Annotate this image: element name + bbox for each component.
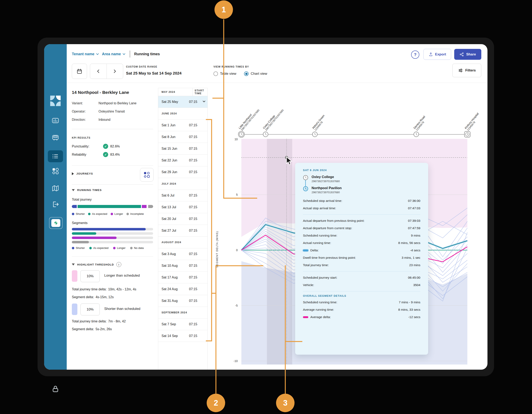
radio-on-icon bbox=[244, 71, 248, 76]
sidebar-item-running-times[interactable] bbox=[48, 150, 63, 162]
date-row-sat-31-aug[interactable]: Sat 31 Aug07:15 bbox=[158, 295, 208, 307]
selected-segment-column bbox=[267, 139, 292, 365]
sidebar-item-lock[interactable] bbox=[44, 385, 67, 393]
date-row-sat-10-aug[interactable]: Sat 10 Aug07:15 bbox=[158, 260, 208, 272]
shorter-threshold-input[interactable]: 10% bbox=[80, 304, 100, 315]
sidebar-item-logout[interactable] bbox=[44, 200, 67, 208]
tooltip-row: Average delta:-12 secs bbox=[303, 313, 420, 321]
date-row-sat-20-jul[interactable]: Sat 20 Jul07:15 bbox=[158, 213, 208, 225]
area-dropdown[interactable]: Area name bbox=[102, 52, 126, 56]
next-date-button[interactable] bbox=[107, 64, 123, 79]
export-button[interactable]: Export bbox=[423, 49, 451, 60]
month-column-header: MAY 2024 bbox=[158, 91, 192, 93]
share-button[interactable]: Share bbox=[454, 49, 481, 60]
longer-segment-delta: Segment delta:4s-15m, 12s bbox=[72, 295, 114, 299]
segments-bars bbox=[72, 228, 153, 245]
date-row-sat-13-jul[interactable]: Sat 13 Jul07:15 bbox=[158, 202, 208, 213]
start-time-value: 07:15 bbox=[189, 276, 202, 279]
date-row-sat-1-jun[interactable]: Sat 1 Jun07:15 bbox=[158, 119, 208, 131]
tooltip-row-label: Average delta: bbox=[303, 315, 331, 319]
calendar-icon bbox=[76, 68, 83, 75]
filters-icon bbox=[458, 68, 463, 73]
date-label: Sat 13 Jul bbox=[158, 205, 189, 209]
legend-dot-icon bbox=[89, 247, 92, 249]
help-button[interactable]: ? bbox=[411, 50, 419, 59]
sidebar-item-vehicles[interactable] bbox=[44, 134, 67, 142]
date-row-sat-29-jun[interactable]: Sat 29 Jun07:15 bbox=[158, 166, 208, 178]
tooltip-row-label: Scheduled running time: bbox=[303, 300, 337, 304]
date-row-sat-22-jun[interactable]: Sat 22 Jun07:15 bbox=[158, 155, 208, 166]
segment-bar-track bbox=[72, 232, 153, 235]
divider bbox=[72, 165, 153, 165]
chevron-down-icon bbox=[202, 100, 206, 104]
radio-chart-label: Chart view bbox=[251, 72, 267, 76]
date-row-sat-3-aug[interactable]: Sat 3 Aug07:15 bbox=[158, 248, 208, 260]
calendar-button[interactable] bbox=[72, 64, 87, 79]
total-journey-segment-as-expected bbox=[77, 205, 141, 208]
route-operator-row: Operator: Oxleyshire Transit bbox=[72, 110, 154, 113]
date-row-sat-15-jun[interactable]: Sat 15 Jun07:15 bbox=[158, 143, 208, 155]
start-time-value: 07:15 bbox=[189, 123, 202, 127]
segment-bar-fill bbox=[72, 232, 96, 235]
date-nav-group bbox=[90, 64, 123, 79]
date-label: Sat 27 Jul bbox=[158, 229, 189, 232]
journeys-grid-button[interactable] bbox=[140, 168, 153, 182]
tooltip-stop-id: 2967392739701937680 bbox=[312, 180, 340, 183]
start-time-value: 07:15 bbox=[189, 217, 202, 221]
date-row-sat-17-aug[interactable]: Sat 17 Aug07:15 bbox=[158, 272, 208, 283]
breadcrumb: Tenant name Area name Running times bbox=[72, 50, 160, 58]
date-list-month-header: AUGUST 2024 bbox=[158, 237, 208, 248]
tooltip-row-label: Scheduled stop arrival time: bbox=[303, 199, 342, 203]
journeys-section-toggle[interactable]: JOURNEYS bbox=[72, 172, 93, 175]
date-list-panel: MAY 2024START TIMESat 25 May07:15JUNE 20… bbox=[158, 88, 208, 370]
total-journey-legend: ShorterAs expectedLongerIncomplete bbox=[72, 212, 144, 215]
date-row-sat-24-aug[interactable]: Sat 24 Aug07:15 bbox=[158, 283, 208, 295]
legend-dot-icon bbox=[113, 247, 115, 249]
stop-marker-clock-icon bbox=[237, 130, 246, 140]
start-time-value: 07:15 bbox=[189, 264, 202, 268]
date-row-sat-27-jul[interactable]: Sat 27 Jul07:15 bbox=[158, 225, 208, 237]
date-row-sat-14-sep[interactable]: Sat 14 Sep07:15 bbox=[158, 330, 208, 342]
sidebar-item-map[interactable] bbox=[44, 184, 67, 193]
sidebar-item-app[interactable] bbox=[49, 217, 63, 229]
threshold-section-toggle[interactable]: HIGHLIGHT THRESHOLD i bbox=[72, 262, 121, 267]
segment-bar-track bbox=[72, 241, 153, 243]
date-row-sat-6-jul[interactable]: Sat 6 Jul07:15 bbox=[158, 190, 208, 202]
callout-bubble-3 bbox=[276, 394, 294, 412]
tooltip-row: Delta:-4 secs bbox=[303, 247, 420, 254]
tooltip-row-value: 23 mins bbox=[409, 263, 420, 267]
logout-icon bbox=[51, 200, 59, 208]
date-list-header: MAY 2024START TIME bbox=[158, 88, 208, 96]
date-row-sat-8-jun[interactable]: Sat 8 Jun07:15 bbox=[158, 131, 208, 143]
radio-table-view[interactable]: Table view bbox=[213, 71, 236, 76]
sidebar-item-components[interactable] bbox=[44, 167, 67, 175]
tooltip-row: Total journey time:23 mins bbox=[303, 261, 420, 269]
tooltip-divider bbox=[303, 214, 420, 215]
sidebar-item-analytics[interactable] bbox=[44, 116, 67, 125]
kpi-reliability: Reliability ✓ 83.4% bbox=[72, 152, 120, 157]
longer-threshold-input[interactable]: 10% bbox=[80, 270, 100, 282]
date-label: Sat 3 Aug bbox=[158, 252, 189, 256]
threshold-heading: HIGHLIGHT THRESHOLD bbox=[77, 263, 114, 266]
filters-button[interactable]: Filters bbox=[452, 64, 481, 77]
area-label: Area name bbox=[102, 52, 121, 56]
chevron-right-icon bbox=[113, 69, 117, 73]
info-icon[interactable]: i bbox=[116, 262, 121, 267]
tenant-dropdown[interactable]: Tenant name bbox=[72, 52, 99, 56]
running-times-section-toggle[interactable]: RUNNING TIMES bbox=[72, 189, 102, 192]
tooltip-divider bbox=[303, 291, 420, 291]
radio-chart-view[interactable]: Chart view bbox=[244, 71, 267, 76]
direction-value: Inbound bbox=[98, 118, 110, 122]
tooltip-row: Actual departure from previous timing po… bbox=[303, 217, 420, 224]
date-row-sat-7-sep[interactable]: Sat 7 Sep07:15 bbox=[158, 318, 208, 330]
filters-label: Filters bbox=[465, 68, 476, 72]
date-row-sat-25-may[interactable]: Sat 25 May07:15 bbox=[158, 96, 208, 108]
tooltip-row: Actual stop arrival time:07:47:03 bbox=[303, 204, 420, 212]
stop-marker-clock-icon bbox=[463, 130, 472, 140]
tooltip-row: Dwell time from previous timing point:3 … bbox=[303, 254, 420, 261]
prev-date-button[interactable] bbox=[90, 64, 107, 79]
tooltip-section-heading: OVERALL SEGMENT DETAILS bbox=[303, 294, 420, 297]
callout-bubble-2 bbox=[207, 394, 225, 412]
legend-dot-icon bbox=[72, 213, 74, 215]
stop-marker-clock-icon bbox=[412, 130, 421, 140]
